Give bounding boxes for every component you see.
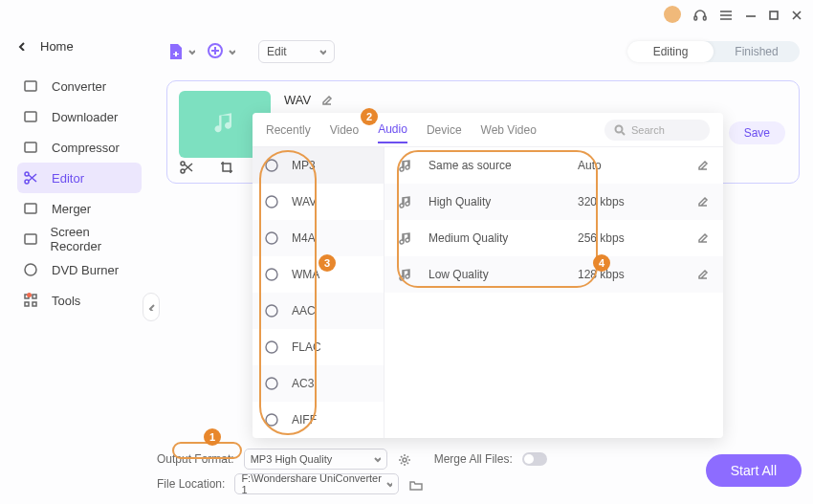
callout-1: 1	[204, 428, 221, 446]
tab-video[interactable]: Video	[330, 118, 359, 142]
file-location-select[interactable]: F:\Wondershare UniConverter 1	[234, 473, 399, 494]
nav-icon	[23, 109, 38, 124]
headset-icon[interactable]	[692, 8, 707, 22]
chevron-down-icon	[319, 48, 326, 55]
quality-label: Medium Quality	[428, 231, 568, 245]
format-wav[interactable]: WAV	[253, 184, 384, 220]
status-segment[interactable]: Editing Finished	[627, 41, 800, 62]
search-input[interactable]: Search	[604, 120, 710, 141]
callout-2: 2	[361, 108, 378, 125]
format-label: AAC	[292, 304, 316, 318]
nav-icon	[23, 201, 38, 216]
home-link[interactable]: Home	[17, 33, 142, 59]
settings-icon[interactable]	[397, 452, 411, 467]
format-label: AC3	[292, 377, 314, 390]
output-format-select[interactable]: MP3 High Quality	[244, 449, 387, 470]
sidebar-item-label: Editor	[52, 171, 84, 186]
format-label: MP3	[292, 159, 316, 172]
format-label: WAV	[292, 195, 317, 208]
minimize-button[interactable]	[744, 9, 756, 20]
close-button[interactable]	[790, 9, 802, 20]
search-icon	[614, 124, 626, 136]
folder-icon[interactable]	[408, 477, 423, 492]
quality-rate: 256 kbps	[578, 231, 662, 245]
sidebar-item-editor[interactable]: Editor	[17, 163, 142, 193]
sidebar-item-merger[interactable]: Merger	[17, 193, 142, 224]
format-label: AIFF	[292, 413, 317, 427]
add-file-button[interactable]	[166, 42, 195, 61]
format-m4a[interactable]: M4A	[253, 220, 384, 256]
trim-icon[interactable]	[179, 160, 194, 175]
format-aac[interactable]: AAC	[253, 293, 384, 329]
chevron-down-icon	[228, 48, 235, 55]
quality-high-quality[interactable]: High Quality320 kbps	[385, 184, 723, 220]
format-icon	[264, 376, 280, 392]
quality-rate: Auto	[578, 159, 662, 172]
start-all-button[interactable]: Start All	[706, 454, 802, 487]
format-mp3[interactable]: MP3	[253, 147, 384, 184]
tab-web-video[interactable]: Web Video	[481, 118, 537, 142]
format-label: WMA	[292, 268, 319, 281]
chevron-left-icon	[17, 41, 27, 51]
edit-icon[interactable]	[696, 268, 710, 281]
note-icon	[398, 268, 412, 282]
sidebar-item-label: Downloader	[52, 110, 118, 124]
tab-recently[interactable]: Recently	[266, 118, 311, 142]
nav-icon	[23, 140, 38, 155]
quality-label: Same as source	[428, 159, 568, 172]
sidebar-item-label: Merger	[52, 202, 91, 216]
menu-icon[interactable]	[718, 8, 733, 22]
edit-icon[interactable]	[696, 159, 710, 172]
sidebar-item-tools[interactable]: Tools	[17, 285, 142, 316]
tab-device[interactable]: Device	[427, 118, 462, 142]
sidebar-item-downloader[interactable]: Downloader	[17, 101, 142, 132]
format-icon	[264, 194, 280, 210]
save-button[interactable]: Save	[729, 121, 785, 144]
edit-icon[interactable]	[320, 94, 334, 107]
sidebar-item-label: Tools	[52, 294, 80, 308]
sidebar-item-compressor[interactable]: Compressor	[17, 132, 142, 163]
chevron-down-icon	[385, 480, 393, 488]
edit-icon[interactable]	[696, 195, 710, 208]
quality-low-quality[interactable]: Low Quality128 kbps	[385, 256, 723, 293]
sidebar-item-label: Screen Recorder	[51, 225, 136, 253]
quality-medium-quality[interactable]: Medium Quality256 kbps	[385, 220, 723, 256]
home-label: Home	[40, 39, 74, 54]
quality-rate: 128 kbps	[578, 268, 662, 281]
callout-4: 4	[593, 254, 610, 272]
format-flac[interactable]: FLAC	[253, 329, 384, 365]
sidebar-item-dvd-burner[interactable]: DVD Burner	[17, 254, 142, 285]
format-icon	[264, 340, 280, 356]
format-ac3[interactable]: AC3	[253, 365, 384, 402]
format-icon	[264, 230, 280, 247]
quality-label: High Quality	[428, 195, 568, 208]
sidebar-item-screen-recorder[interactable]: Screen Recorder	[17, 224, 142, 254]
add-url-button[interactable]	[207, 42, 235, 61]
sidebar-item-converter[interactable]: Converter	[17, 71, 142, 101]
crop-icon[interactable]	[219, 160, 234, 175]
search-placeholder: Search	[631, 124, 665, 136]
tab-audio[interactable]: Audio	[378, 117, 407, 143]
maximize-button[interactable]	[767, 9, 779, 20]
format-icon	[264, 158, 280, 174]
format-aiff[interactable]: AIFF	[253, 402, 384, 438]
note-icon	[398, 195, 412, 209]
nav-icon	[23, 231, 37, 247]
edit-mode-label: Edit	[267, 45, 287, 58]
seg-finished[interactable]: Finished	[714, 41, 800, 62]
seg-editing[interactable]: Editing	[627, 41, 714, 62]
quality-same-as-source[interactable]: Same as sourceAuto	[385, 147, 723, 184]
avatar[interactable]	[664, 6, 681, 23]
toolbar: Edit Editing Finished	[166, 33, 800, 71]
file-location-value: F:\Wondershare UniConverter 1	[241, 472, 385, 495]
sidebar-item-label: Compressor	[52, 141, 120, 155]
merge-toggle[interactable]	[522, 452, 547, 466]
output-format-value: MP3 High Quality	[251, 453, 333, 465]
format-icon	[264, 303, 280, 319]
note-icon	[398, 231, 412, 246]
file-location-label: File Location:	[157, 477, 225, 491]
sidebar: Home ConverterDownloaderCompressorEditor…	[0, 29, 151, 504]
edit-icon[interactable]	[696, 231, 710, 245]
edit-mode-select[interactable]: Edit	[258, 40, 335, 63]
nav-icon	[23, 170, 38, 186]
